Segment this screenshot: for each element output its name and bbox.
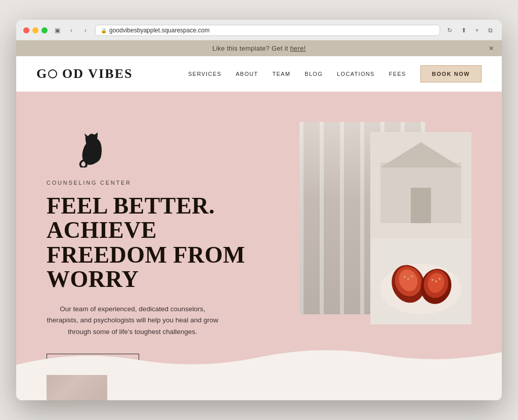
browser-window: ▣ ‹ › 🔒 goodvibesbyapplet.squarespace.co… xyxy=(16,20,502,400)
hero-title-line1: FEEL BETTER. ACHIEVE xyxy=(47,193,215,243)
nav-link-about[interactable]: ABOUT xyxy=(236,71,258,77)
forward-button[interactable]: › xyxy=(81,26,90,35)
svg-point-22 xyxy=(411,275,413,277)
back-button[interactable]: ‹ xyxy=(67,26,76,35)
close-button[interactable] xyxy=(23,27,29,33)
nav-link-fees[interactable]: FEES xyxy=(389,71,406,77)
hero-wave xyxy=(16,345,502,375)
bottom-peek-section xyxy=(16,375,502,400)
maximize-button[interactable] xyxy=(41,27,48,33)
peek-image xyxy=(47,375,107,400)
hero-content: COUNSELING CENTER FEEL BETTER. ACHIEVE F… xyxy=(47,122,279,375)
logo-o-circle xyxy=(48,69,57,78)
hero-description: Our team of experienced, dedicated couns… xyxy=(47,304,219,338)
windows-icon[interactable]: ⧉ xyxy=(486,26,495,35)
hero-title-line2: FREEDOM FROM WORRY xyxy=(47,242,245,292)
minimize-button[interactable] xyxy=(32,27,38,33)
nav-links: SERVICES ABOUT TEAM BLOG LOCATIONS FEES … xyxy=(188,65,482,82)
website: Like this template? Get it here! × G OD … xyxy=(16,40,502,400)
figs-svg xyxy=(370,238,471,324)
hero-tertiary-image xyxy=(370,238,471,324)
svg-point-26 xyxy=(431,279,434,281)
svg-rect-2 xyxy=(340,122,346,314)
logo-text: OD VIBES xyxy=(62,66,133,81)
announcement-text: Like this template? Get it here! xyxy=(212,45,306,52)
url-text: goodvibesbyapplet.squarespace.com xyxy=(109,27,209,34)
nav-link-blog[interactable]: BLOG xyxy=(305,71,323,77)
hero-section: COUNSELING CENTER FEEL BETTER. ACHIEVE F… xyxy=(16,92,502,375)
cat-icon xyxy=(77,132,279,170)
announcement-close-button[interactable]: × xyxy=(489,45,494,53)
share-icon[interactable]: ⬆ xyxy=(459,26,468,35)
svg-point-25 xyxy=(439,278,441,280)
navigation: G OD VIBES SERVICES ABOUT TEAM BLOG LOCA… xyxy=(16,56,502,92)
site-logo[interactable]: G OD VIBES xyxy=(36,66,133,81)
svg-point-23 xyxy=(404,276,406,278)
svg-rect-1 xyxy=(310,122,316,314)
announcement-bar: Like this template? Get it here! × xyxy=(16,40,502,56)
hero-secondary-image xyxy=(370,132,471,238)
book-now-button[interactable]: BOOK NOW xyxy=(420,65,482,82)
announcement-link[interactable]: here! xyxy=(290,45,306,52)
new-tab-icon[interactable]: + xyxy=(472,26,482,35)
lock-icon: 🔒 xyxy=(101,28,107,33)
svg-rect-12 xyxy=(411,188,431,223)
window-icon: ▣ xyxy=(53,26,62,35)
cat-svg xyxy=(77,132,105,167)
svg-point-21 xyxy=(407,278,409,280)
traffic-lights xyxy=(23,27,48,33)
address-bar[interactable]: 🔒 goodvibesbyapplet.squarespace.com xyxy=(95,25,440,36)
browser-chrome: ▣ ‹ › 🔒 goodvibesbyapplet.squarespace.co… xyxy=(16,20,502,40)
hero-images xyxy=(289,122,471,355)
nav-link-services[interactable]: SERVICES xyxy=(188,71,222,77)
refresh-button[interactable]: ↻ xyxy=(445,26,454,35)
browser-right-actions: ⬆ + ⧉ xyxy=(459,26,495,35)
hero-title: FEEL BETTER. ACHIEVE FREEDOM FROM WORRY xyxy=(47,194,279,291)
house-svg xyxy=(370,132,471,238)
svg-point-24 xyxy=(435,280,437,282)
nav-link-locations[interactable]: LOCATIONS xyxy=(337,71,375,77)
nav-link-team[interactable]: TEAM xyxy=(272,71,290,77)
counseling-center-label: COUNSELING CENTER xyxy=(47,180,279,186)
